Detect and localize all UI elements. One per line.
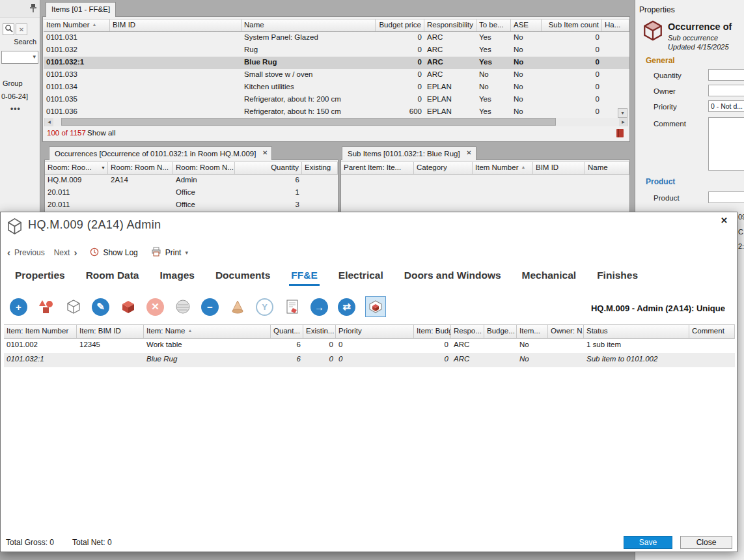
column-header[interactable]: Status <box>584 325 689 338</box>
column-header[interactable]: Item: Budge... <box>414 325 451 338</box>
column-header[interactable]: Quant... <box>271 325 303 338</box>
column-header[interactable]: Existin... <box>303 325 336 338</box>
show-all-link[interactable]: Show all <box>87 129 115 137</box>
tab-room-data[interactable]: Room Data <box>86 270 139 286</box>
group-dropdown[interactable]: ▾ <box>1 51 38 64</box>
remove-button[interactable]: − <box>201 298 219 316</box>
item-shapes-icon[interactable] <box>37 298 55 316</box>
quantity-field[interactable] <box>708 69 744 81</box>
column-header[interactable]: Parent Item: Ite... <box>341 162 414 174</box>
column-header[interactable]: Room: Room N... <box>108 162 173 174</box>
tab-images[interactable]: Images <box>160 270 195 286</box>
move-next-button[interactable]: → <box>310 298 328 316</box>
table-row[interactable]: 0101.031System Panel: Glazed0ARCYesNo0 <box>44 32 629 44</box>
column-header[interactable]: Item: BIM ID <box>77 325 144 338</box>
tab-documents[interactable]: Documents <box>215 270 270 286</box>
column-header[interactable]: Comment <box>689 325 735 338</box>
close-icon[interactable]: ✕ <box>262 149 268 156</box>
column-header[interactable]: Budge... <box>484 325 517 338</box>
column-header[interactable]: BIM ID <box>110 20 241 31</box>
tab-electrical[interactable]: Electrical <box>338 270 383 286</box>
column-header[interactable]: Budget price <box>376 20 424 31</box>
red-cube-icon[interactable] <box>119 298 137 316</box>
column-header[interactable]: Room: Room N... <box>173 162 235 174</box>
scrollbar-track[interactable] <box>53 118 619 126</box>
tab-items[interactable]: Items [01 - FF&E] <box>46 2 116 17</box>
tab-ff-e[interactable]: FF&E <box>291 270 317 286</box>
table-row[interactable]: 0101.00212345Work table6000ARCNo1 sub it… <box>4 339 735 353</box>
table-row[interactable]: 20.011Office1 <box>45 187 338 199</box>
scrollbar-thumb[interactable] <box>61 118 556 126</box>
column-header[interactable]: Item Number▲ <box>44 20 110 31</box>
column-header[interactable]: Existing <box>302 162 338 174</box>
table-row[interactable]: 0101.034Kitchen utilities0EPLANNoNo0 <box>44 81 629 94</box>
save-button[interactable]: Save <box>624 536 672 549</box>
column-header[interactable]: Owner: N... <box>548 325 584 338</box>
show-log-button[interactable]: Show Log <box>103 248 137 257</box>
column-header[interactable]: Quantity <box>235 162 302 174</box>
close-icon[interactable]: ✕ <box>466 149 471 156</box>
tab-occurrences[interactable]: Occurrences [Occurrence of 0101.032:1 in… <box>49 147 272 160</box>
tab-mechanical[interactable]: Mechanical <box>522 270 577 286</box>
column-header[interactable]: Category <box>414 162 473 174</box>
previous-button[interactable]: Previous <box>14 248 45 257</box>
column-header[interactable]: Ha... <box>602 20 629 31</box>
column-header[interactable]: Item: Name▲ <box>144 325 271 338</box>
edit-button[interactable]: ✎ <box>92 298 109 316</box>
owner-field[interactable] <box>708 85 744 96</box>
column-header[interactable]: BIM ID <box>533 162 585 174</box>
more-button[interactable]: ••• <box>10 104 21 113</box>
y-sync-icon[interactable]: Y <box>256 298 273 316</box>
table-row[interactable]: 0101.032:1Blue Rug0ARCYesNo0 <box>44 57 629 69</box>
table-row[interactable]: 0101.033Small stove w / oven0ARCNoNo0 <box>44 69 629 81</box>
document-item-icon[interactable] <box>283 298 301 316</box>
report-icon[interactable] <box>616 128 624 139</box>
scroll-left-button[interactable]: ◂ <box>45 118 53 126</box>
table-row[interactable]: 0101.032Rug0ARCYesNo0 <box>44 44 629 57</box>
column-header[interactable]: Name <box>241 20 376 31</box>
sync-button[interactable]: ⇄ <box>338 298 355 316</box>
close-icon[interactable]: ✕ <box>721 216 728 225</box>
table-row[interactable]: 20.011Office3 <box>45 199 338 212</box>
package-box-icon[interactable] <box>64 298 82 316</box>
filter-caret-icon[interactable]: ▼ <box>101 165 105 170</box>
add-button[interactable]: + <box>10 298 27 316</box>
column-header[interactable]: Item: Item Number <box>4 325 77 338</box>
pin-icon[interactable] <box>29 3 37 15</box>
cell: No <box>511 32 542 44</box>
table-row[interactable]: HQ.M.0092A14Admin6 <box>45 175 338 187</box>
scroll-down-button[interactable]: ▾ <box>618 108 627 118</box>
column-header[interactable]: Item... <box>517 325 548 338</box>
tab-properties[interactable]: Properties <box>15 270 65 286</box>
next-button[interactable]: Next <box>54 248 70 257</box>
column-header[interactable]: Room: Roo...▼ <box>45 162 108 174</box>
column-header[interactable]: Name <box>585 162 629 174</box>
column-header[interactable]: To be... <box>476 20 511 31</box>
tab-sub-items[interactable]: Sub Items [0101.032:1: Blue Rug] ✕ <box>342 147 476 160</box>
product-field[interactable] <box>708 191 744 203</box>
delete-button[interactable]: ✕ <box>146 298 164 316</box>
column-header[interactable]: Item Number▲ <box>473 162 533 174</box>
occurrence-view-button[interactable] <box>365 296 386 317</box>
table-row[interactable]: 0101.035Refrigerator, about h: 200 cm0EP… <box>44 94 629 106</box>
close-button[interactable]: Close <box>680 536 732 549</box>
cone-icon[interactable] <box>228 298 246 316</box>
column-header[interactable]: Priority <box>336 325 414 338</box>
tab-finishes[interactable]: Finishes <box>597 270 638 286</box>
horizontal-scrollbar[interactable]: ◂ ▸ <box>44 118 628 126</box>
print-button[interactable]: Print <box>165 248 182 257</box>
priority-dropdown[interactable]: 0 - Not d... <box>708 100 744 112</box>
table-row[interactable]: 0101.032:1Blue Rug6000ARCNoSub item to 0… <box>4 353 735 367</box>
column-header[interactable]: Responsibility <box>424 20 476 31</box>
column-header[interactable]: Respo... <box>451 325 484 338</box>
column-header[interactable]: ASE <box>511 20 542 31</box>
comment-field[interactable] <box>708 117 744 171</box>
caret-down-icon[interactable]: ▾ <box>185 249 188 256</box>
table-row[interactable]: 0101.036Refrigerator, about h: 150 cm600… <box>44 106 629 119</box>
column-header[interactable]: Sub Item count <box>542 20 602 31</box>
scroll-right-button[interactable]: ▸ <box>619 118 627 126</box>
sphere-icon[interactable] <box>174 298 191 316</box>
search-button[interactable] <box>3 23 14 35</box>
tab-doors-and-windows[interactable]: Doors and Windows <box>404 270 501 286</box>
clear-search-button[interactable]: ✕ <box>16 23 27 35</box>
